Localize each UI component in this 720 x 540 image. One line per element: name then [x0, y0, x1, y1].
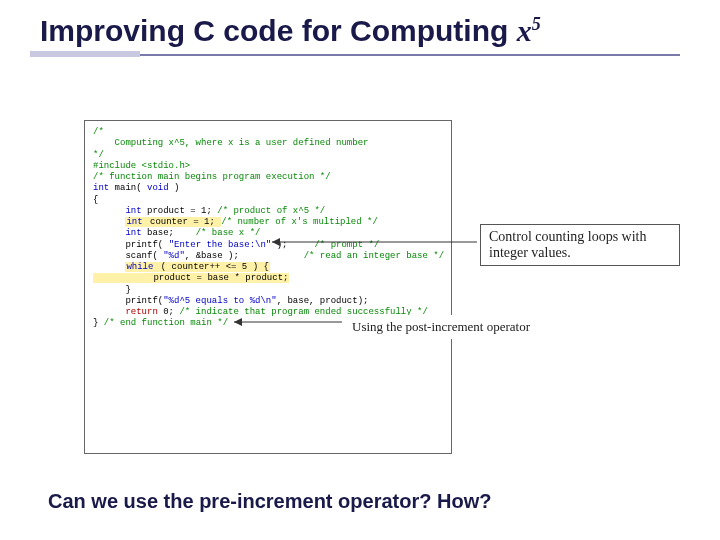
code-line: while ( counter++ <= 5 ) {	[93, 262, 443, 273]
code-line: Computing x^5, where x is a user defined…	[93, 138, 443, 149]
code-line: int counter = 1; /* number of x's multip…	[93, 217, 443, 228]
svg-marker-1	[272, 238, 280, 246]
kw: int	[125, 228, 141, 238]
callout-text: Control counting loops with integer valu…	[489, 229, 647, 260]
txt: base;	[142, 228, 196, 238]
page-title: Improving C code for Computing x5	[40, 14, 720, 48]
txt	[93, 217, 125, 227]
code-line: }	[93, 285, 443, 296]
slide: Improving C code for Computing x5 /* Com…	[0, 0, 720, 540]
code-line: scanf( "%d", &base ); /* read an integer…	[93, 251, 443, 262]
title-var-exp: 5	[532, 14, 541, 34]
code-line: #include <stdio.h>	[93, 161, 443, 172]
arrow-counter-to-note	[272, 237, 482, 247]
comm: /* read an integer base */	[304, 251, 444, 261]
txt	[93, 206, 125, 216]
txt: , base, product);	[277, 296, 369, 306]
comm: /* number of x's multipled */	[221, 217, 378, 227]
txt	[93, 307, 125, 317]
txt: printf(	[93, 296, 163, 306]
code-line: int product = 1; /* product of x^5 */	[93, 206, 443, 217]
str: "Enter the base:\n"	[169, 240, 272, 250]
callout-postincrement: Using the post-increment operator	[344, 315, 564, 339]
txt: scanf(	[93, 251, 163, 261]
txt: main(	[109, 183, 147, 193]
txt-hl: product = base * product;	[93, 273, 289, 283]
title-underline	[30, 54, 680, 56]
title-text: Improving C code for Computing	[40, 14, 517, 47]
kw: int	[93, 183, 109, 193]
callout-text: Using the post-increment operator	[352, 319, 530, 334]
ret: return	[125, 307, 157, 317]
kw: int	[125, 206, 141, 216]
txt: )	[169, 183, 180, 193]
comm: /* base x */	[196, 228, 261, 238]
txt: , &base );	[185, 251, 304, 261]
code-listing: /* Computing x^5, where x is a user defi…	[84, 120, 452, 454]
comm: /* end function main */	[104, 318, 228, 328]
txt: product = 1;	[142, 206, 218, 216]
kw: void	[147, 183, 169, 193]
title-var: x5	[517, 14, 541, 47]
txt	[93, 228, 125, 238]
arrow-while-to-note	[234, 317, 346, 327]
code-line: printf("%d^5 equals to %d\n", base, prod…	[93, 296, 443, 307]
code-line: /* function main begins program executio…	[93, 172, 443, 183]
comm: /* product of x^5 */	[217, 206, 325, 216]
txt-hl: counter = 1;	[144, 217, 222, 227]
str: "%d^5 equals to %d\n"	[163, 296, 276, 306]
txt: }	[93, 318, 104, 328]
title-var-x: x	[517, 14, 532, 47]
str: "%d"	[163, 251, 185, 261]
code-line: {	[93, 195, 443, 206]
kw-hl: while	[125, 262, 154, 272]
title-region: Improving C code for Computing x5	[0, 0, 720, 48]
svg-marker-3	[234, 318, 242, 326]
code-line: product = base * product;	[93, 273, 443, 284]
code-line: */	[93, 150, 443, 161]
kw-hl: int	[125, 217, 143, 227]
txt: printf(	[93, 240, 169, 250]
code-line: int main( void )	[93, 183, 443, 194]
txt	[93, 262, 125, 272]
callout-integer-counter: Control counting loops with integer valu…	[480, 224, 680, 266]
question-text: Can we use the pre-increment operator? H…	[48, 490, 491, 513]
code-line: /*	[93, 127, 443, 138]
txt-hl: ( counter++ <= 5 ) {	[154, 262, 269, 272]
txt: 0;	[158, 307, 180, 317]
